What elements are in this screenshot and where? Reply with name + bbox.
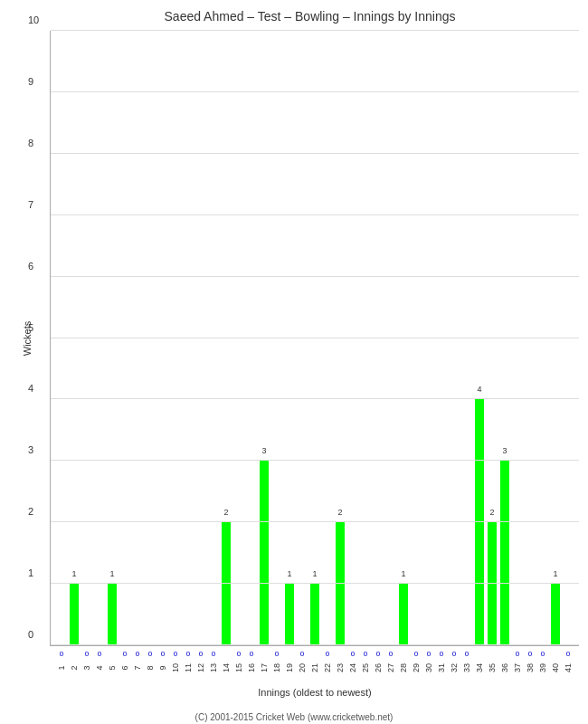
y-tick: 5 <box>28 322 33 333</box>
bar-group: 0 <box>422 31 435 645</box>
bar: 3 <box>500 461 509 645</box>
y-tick: 8 <box>28 138 33 148</box>
bar-group: 0 <box>270 31 283 645</box>
bar-group: 0 <box>448 31 460 645</box>
bar-group: 0 <box>511 31 524 645</box>
x-tick: 41 <box>559 662 577 674</box>
bars-wrapper: 0100100000000200301010200001000004230001… <box>51 31 579 645</box>
bar: 1 <box>285 584 294 645</box>
bar-group: 0 <box>321 31 334 645</box>
bar-group: 0 <box>460 31 473 645</box>
y-tick: 1 <box>28 567 33 578</box>
gridline <box>51 214 579 215</box>
gridline <box>51 276 579 277</box>
bar-group: 0 <box>169 31 182 645</box>
bar-group: 0 <box>144 31 156 645</box>
gridline <box>51 521 579 522</box>
bar-group: 0 <box>207 31 220 645</box>
bar-group: 3 <box>258 31 270 645</box>
bar-group: 0 <box>296 31 308 645</box>
bar-group: 0 <box>93 31 106 645</box>
bar-group: 4 <box>473 31 486 645</box>
bar-group: 1 <box>308 31 321 645</box>
bar-group: 0 <box>182 31 194 645</box>
bar: 4 <box>475 399 484 645</box>
bar-group: 1 <box>397 31 410 645</box>
bar: 1 <box>108 584 117 645</box>
bar-group: 0 <box>194 31 207 645</box>
bar-group: 0 <box>435 31 448 645</box>
bar-group: 1 <box>68 31 81 645</box>
bar-value-label: 1 <box>71 569 76 578</box>
bar-group: 2 <box>486 31 498 645</box>
gridline <box>51 460 579 461</box>
gridline <box>51 338 579 338</box>
bar: 1 <box>551 584 560 645</box>
x-axis-labels: 1234567891011121314151617181920212223242… <box>51 650 579 677</box>
y-tick: 0 <box>28 629 33 640</box>
bar-group: 2 <box>220 31 232 645</box>
bar-group: 0 <box>55 31 68 645</box>
gridline <box>51 30 579 31</box>
bar-group: 0 <box>346 31 359 645</box>
bar-value-label: 1 <box>553 569 557 578</box>
bar-value-label: 3 <box>261 446 266 455</box>
bar-value-label: 2 <box>223 508 228 517</box>
bar: 1 <box>310 584 319 645</box>
bar-group: 1 <box>283 31 296 645</box>
bar-group: 1 <box>106 31 119 645</box>
bar-value-label: 1 <box>312 569 317 578</box>
bar-group: 0 <box>232 31 245 645</box>
bar-group: 0 <box>245 31 258 645</box>
x-axis-title: Innings (oldest to newest) <box>51 687 579 698</box>
gridline <box>51 91 579 92</box>
bar-group: 0 <box>156 31 169 645</box>
bar-group: 0 <box>131 31 144 645</box>
copyright: (C) 2001-2015 Cricket Web (www.cricketwe… <box>0 712 588 722</box>
chart-container: Saeed Ahmed – Test – Bowling – Innings b… <box>0 0 588 724</box>
y-tick: 9 <box>28 76 33 87</box>
bar-group: 1 <box>549 31 562 645</box>
bar-group: 0 <box>562 31 574 645</box>
gridline <box>51 153 579 154</box>
chart-title: Saeed Ahmed – Test – Bowling – Innings b… <box>50 9 579 24</box>
bar-value-label: 2 <box>337 508 342 517</box>
gridline <box>51 398 579 399</box>
bar: 3 <box>260 461 269 645</box>
y-tick: 4 <box>28 383 33 394</box>
y-tick: 2 <box>28 506 33 517</box>
bar-value-label: 1 <box>109 569 114 578</box>
gridline <box>51 583 579 584</box>
bar-group: 0 <box>119 31 131 645</box>
y-tick: 6 <box>28 261 33 272</box>
bar-group: 0 <box>384 31 397 645</box>
bar-group: 3 <box>498 31 511 645</box>
bar: 1 <box>70 584 79 645</box>
bar-group: 2 <box>334 31 346 645</box>
bar-group: 0 <box>359 31 372 645</box>
bar-value-label: 3 <box>502 446 507 455</box>
bar-group: 0 <box>524 31 536 645</box>
gridline <box>51 644 579 645</box>
bar-group: 0 <box>410 31 422 645</box>
bar-value-label: 2 <box>489 508 494 517</box>
bar: 1 <box>399 584 408 645</box>
bar-group: 0 <box>372 31 384 645</box>
bar-group: 0 <box>536 31 549 645</box>
bar-value-label: 4 <box>477 385 481 394</box>
y-tick: 7 <box>28 199 33 210</box>
bar-value-label: 1 <box>287 569 291 578</box>
bar-value-label: 1 <box>401 569 405 578</box>
chart-area: Wickets 01001000000002003010102000010000… <box>50 31 579 646</box>
bar-group: 0 <box>81 31 93 645</box>
y-tick: 3 <box>28 444 33 455</box>
y-tick: 10 <box>28 14 39 25</box>
